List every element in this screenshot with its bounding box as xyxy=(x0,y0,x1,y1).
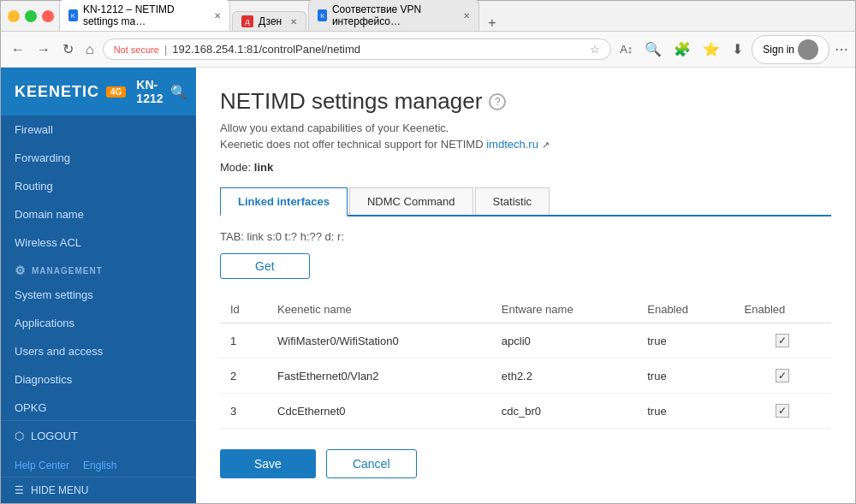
hide-menu-icon: ☰ xyxy=(15,484,24,496)
browser-minimize-button[interactable] xyxy=(8,10,20,22)
new-tab-button[interactable]: + xyxy=(481,15,502,31)
save-button[interactable]: Save xyxy=(220,449,316,478)
download-button[interactable]: ⬇ xyxy=(728,38,746,61)
col-header-enabled-text: Enabled xyxy=(637,296,734,323)
logout-button[interactable]: ⬡ LOGOUT xyxy=(15,430,182,442)
hide-menu-label: HIDE MENU xyxy=(31,484,88,496)
browser-close-button[interactable] xyxy=(42,10,54,22)
sidebar-item-label-firewall: Firewall xyxy=(15,123,53,136)
browser-actions: A↕ 🔍 🧩 ⭐ ⬇ Sign in ⋯ xyxy=(616,35,848,64)
tabs: Linked interfaces NDMC Command Statistic xyxy=(220,187,831,216)
tab-bar: K KN-1212 – NETIMD settings ma… ✕ Д Дзен… xyxy=(59,1,503,31)
table-row: 1 WifiMaster0/WifiStation0 apcli0 true xyxy=(220,323,831,359)
get-button[interactable]: Get xyxy=(220,253,310,279)
tab-favicon-2: Д xyxy=(241,15,253,27)
cell-entware-name: apcli0 xyxy=(491,323,637,359)
extensions-button[interactable]: 🧩 xyxy=(670,38,694,61)
search-icon[interactable]: 🔍 xyxy=(170,84,187,100)
browser-maximize-button[interactable] xyxy=(25,10,37,22)
home-button[interactable]: ⌂ xyxy=(82,39,98,61)
col-header-entware-name: Entware name xyxy=(491,296,637,323)
mode-line: Mode: link xyxy=(220,161,831,174)
tab-close-1[interactable]: ✕ xyxy=(214,11,221,21)
sidebar-item-label-diagnostics: Diagnostics xyxy=(15,373,72,386)
logout-label: LOGOUT xyxy=(31,430,78,442)
cell-enabled-text: true xyxy=(637,323,734,359)
tab-favicon-3: К xyxy=(318,9,327,21)
sidebar-item-opkg[interactable]: OPKG xyxy=(1,394,196,420)
sign-in-label: Sign in xyxy=(763,44,794,56)
table-row: 2 FastEthernet0/Vlan2 eth2.2 true xyxy=(220,359,831,394)
sidebar-item-firewall[interactable]: Firewall xyxy=(1,116,196,144)
logo-badge: 4G xyxy=(106,86,126,98)
sidebar-item-diagnostics[interactable]: Diagnostics xyxy=(1,365,196,394)
logo-model: KN-1212 xyxy=(136,78,163,105)
forward-button[interactable]: → xyxy=(33,39,54,61)
checkbox[interactable] xyxy=(776,404,789,418)
zoom-button[interactable]: 🔍 xyxy=(641,38,665,61)
hide-menu-button[interactable]: ☰ HIDE MENU xyxy=(1,477,196,503)
management-section-label: ⚙ MANAGEMENT xyxy=(1,257,196,281)
sidebar-item-label-opkg: OPKG xyxy=(15,401,47,414)
language-link[interactable]: English xyxy=(83,460,116,471)
security-warning: Not secure xyxy=(114,44,159,55)
cancel-button[interactable]: Cancel xyxy=(326,449,417,478)
tab-linked-interfaces[interactable]: Linked interfaces xyxy=(220,187,348,216)
refresh-button[interactable]: ↻ xyxy=(59,38,77,61)
sign-in-button[interactable]: Sign in xyxy=(752,35,829,64)
help-icon[interactable]: ? xyxy=(489,93,506,110)
footer-actions: Save Cancel xyxy=(220,449,831,478)
tab-label-3: Соответствие VPN интерфейсо… xyxy=(332,3,455,27)
tab-ndmc-command[interactable]: NDMC Command xyxy=(349,187,473,215)
back-button[interactable]: ← xyxy=(8,39,28,61)
favorites-button[interactable]: ⭐ xyxy=(699,38,723,61)
page-description-2: Keenetic does not offer technical suppor… xyxy=(220,138,831,151)
cell-entware-name: cdc_br0 xyxy=(491,394,637,429)
sidebar-item-domain-name[interactable]: Domain name xyxy=(1,200,196,228)
cell-enabled-text: true xyxy=(637,359,734,394)
tab-content-label: TAB: link s:0 t:? h:?? d: r: xyxy=(220,230,831,243)
sidebar-item-forwarding[interactable]: Forwarding xyxy=(1,144,196,172)
main-content: NETIMD settings manager ? Allow you exta… xyxy=(196,68,855,503)
sidebar-item-label-domain-name: Domain name xyxy=(15,208,84,221)
tab-statistic[interactable]: Statistic xyxy=(475,187,550,215)
col-header-keenetic-name: Keenetic name xyxy=(267,296,491,323)
browser-tab-2[interactable]: Д Дзен ✕ xyxy=(232,11,306,31)
data-table: Id Keenetic name Entware name Enabled En… xyxy=(220,296,831,429)
checkbox[interactable] xyxy=(776,334,789,347)
logo-text: KEENETIC xyxy=(15,83,99,101)
imdtech-link[interactable]: imdtech.ru xyxy=(486,138,538,151)
logout-icon: ⬡ xyxy=(15,430,24,442)
cell-enabled-check[interactable] xyxy=(734,394,831,429)
col-header-id: Id xyxy=(220,296,267,323)
cell-enabled-check[interactable] xyxy=(734,323,831,359)
tab-close-2[interactable]: ✕ xyxy=(290,17,297,27)
address-text: 192.168.254.1:81/controlPanel/netimd xyxy=(172,43,585,56)
browser-titlebar: K KN-1212 – NETIMD settings ma… ✕ Д Дзен… xyxy=(1,1,855,32)
sidebar-item-label-routing: Routing xyxy=(15,180,53,193)
browser-tab-3[interactable]: К Соответствие VPN интерфейсо… ✕ xyxy=(308,0,479,31)
tab-label-1: KN-1212 – NETIMD settings ma… xyxy=(83,3,205,27)
sidebar-item-label-applications: Applications xyxy=(15,317,74,329)
sidebar-item-label-wireless-acl: Wireless ACL xyxy=(15,236,81,249)
tab-close-3[interactable]: ✕ xyxy=(463,11,470,21)
bookmark-icon[interactable]: ☆ xyxy=(590,43,600,56)
avatar xyxy=(798,39,818,60)
sidebar-item-system-settings[interactable]: System settings xyxy=(1,281,196,309)
help-center-link[interactable]: Help Center xyxy=(15,460,69,471)
translate-button[interactable]: A↕ xyxy=(616,39,636,59)
col-header-enabled-check: Enabled xyxy=(734,296,831,323)
table-header-row: Id Keenetic name Entware name Enabled En… xyxy=(220,296,831,323)
browser-menu-button[interactable]: ⋯ xyxy=(835,41,848,57)
sidebar-item-label-forwarding: Forwarding xyxy=(15,151,70,164)
sidebar-item-routing[interactable]: Routing xyxy=(1,172,196,200)
sidebar-item-wireless-acl[interactable]: Wireless ACL xyxy=(1,228,196,257)
browser-tab-1[interactable]: K KN-1212 – NETIMD settings ma… ✕ xyxy=(59,0,230,31)
tab-favicon-1: K xyxy=(68,9,78,21)
sidebar-item-applications[interactable]: Applications xyxy=(1,309,196,337)
checkbox[interactable] xyxy=(776,369,789,382)
cell-id: 1 xyxy=(220,323,267,359)
cell-enabled-check[interactable] xyxy=(734,359,831,394)
address-bar[interactable]: Not secure | 192.168.254.1:81/controlPan… xyxy=(103,39,611,60)
sidebar-item-users-access[interactable]: Users and access xyxy=(1,337,196,365)
